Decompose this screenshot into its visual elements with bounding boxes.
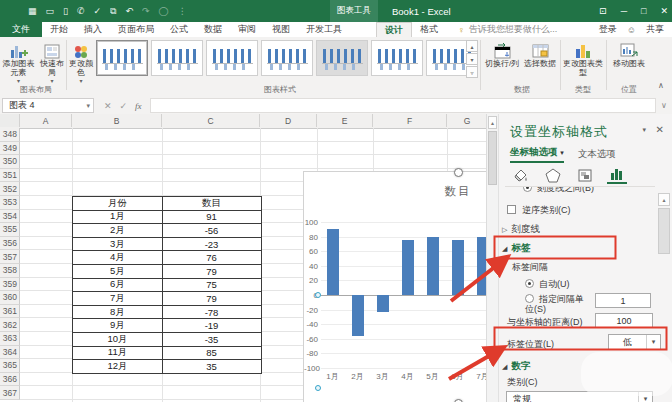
minimize-button[interactable]: ─ [621,6,627,16]
table-cell[interactable]: -35 [163,333,260,346]
move-chart-button[interactable]: 移动图表 [608,39,650,68]
maximize-button[interactable]: □ [641,6,646,16]
row-header[interactable]: 359 [0,278,20,292]
table-cell[interactable]: 85 [163,347,260,360]
scroll-up-icon[interactable]: ▴ [488,116,497,129]
chart-bar[interactable] [377,295,389,312]
table-cell[interactable]: 79 [163,292,260,305]
column-header[interactable]: C [162,114,260,127]
ribbon-tab[interactable]: 开发工具 [298,22,350,37]
ribbon-tab[interactable]: 插入 [76,22,110,37]
auto-radio[interactable]: 自动(U) [525,278,570,291]
style-thumbnail[interactable] [151,40,203,76]
formula-input[interactable] [150,98,656,113]
sign-in-link[interactable]: 登录 [599,23,617,36]
column-header[interactable]: B [72,114,162,127]
row-header[interactable]: 352 [0,182,20,196]
section-number[interactable]: ◢数字 [502,360,530,373]
share-button[interactable]: 共享 [646,23,664,36]
table-cell[interactable]: -23 [163,238,260,251]
table-cell[interactable]: 12月 [73,360,163,373]
tab-design[interactable]: 设计 [376,22,412,38]
table-cell[interactable]: 1月 [73,211,163,224]
chart-bar[interactable] [477,237,487,295]
table-cell[interactable]: 91 [163,211,260,224]
row-header[interactable]: 348 [0,128,20,142]
worksheet-area[interactable]: ABCDEFG 34834935035135235335435535635735… [0,114,486,402]
row-header[interactable]: 367 [0,386,20,400]
switch-row-column-button[interactable]: 切换行/列 [483,39,521,68]
pane-scrollbar[interactable]: ▴ [658,193,670,400]
row-header[interactable]: 364 [0,346,20,360]
tab-axis-options[interactable]: 坐标轴选项 ▾ [510,146,564,163]
table-cell[interactable]: 6月 [73,279,163,292]
row-header[interactable]: 363 [0,332,20,346]
table-cell[interactable]: 9月 [73,319,163,332]
table-cell[interactable]: 3月 [73,238,163,251]
row-header[interactable]: 358 [0,264,20,278]
save-icon[interactable]: ▦ [28,7,37,16]
row-header[interactable]: 365 [0,359,20,373]
qat-more-icon[interactable]: ⋮ [178,7,187,16]
table-cell[interactable]: 11月 [73,347,163,360]
style-thumbnail[interactable] [261,40,313,76]
touch-mode-icon[interactable]: ✆ [77,7,85,16]
cell-grid[interactable]: 月份数目1月912月-563月-234月765月796月757月798月-789… [20,128,486,402]
style-thumbnail[interactable] [316,40,368,76]
label-position-dropdown[interactable]: 低 ▾ [608,334,661,350]
gallery-down-button[interactable]: ▾ [466,53,478,65]
cancel-icon[interactable]: ✕ [104,101,112,111]
scrollbar-thumb[interactable] [658,208,670,254]
ribbon-tab[interactable]: 数据 [196,22,230,37]
insert-function-icon[interactable]: fx [135,101,142,111]
row-header[interactable]: 356 [0,237,20,251]
undo-icon[interactable]: ↶ [126,7,134,16]
table-cell[interactable]: -56 [163,224,260,237]
add-chart-element-button[interactable]: 添加图表元素 ▾ [2,39,35,86]
row-header[interactable]: 353 [0,196,20,210]
scroll-up-icon[interactable]: ▴ [658,193,670,206]
chart-bar[interactable] [327,229,339,295]
table-cell[interactable]: -78 [163,306,260,319]
table-cell[interactable]: -19 [163,319,260,332]
column-header[interactable]: E [317,114,373,127]
chart-bar[interactable] [352,295,364,336]
gallery-more-button[interactable]: ▿ [466,66,478,78]
reverse-categories-checkbox[interactable]: 逆序类别(C) [507,204,571,217]
table-cell[interactable]: 76 [163,251,260,264]
data-table[interactable]: 月份数目1月912月-563月-234月765月796月757月798月-789… [72,196,262,374]
table-cell[interactable]: 4月 [73,251,163,264]
table-cell[interactable]: 79 [163,265,260,278]
radio-icon[interactable] [525,294,534,303]
quick-access-toolbar[interactable]: ▦▭▯✆✓⧉↶↷◯⋮ [28,7,187,16]
tell-me-search[interactable]: ♀ 告诉我您想要做什么... [458,23,557,36]
chart-bar[interactable] [427,237,439,295]
column-header[interactable]: F [373,114,447,127]
style-thumbnail[interactable] [371,40,423,76]
row-header[interactable]: 357 [0,250,20,264]
sheet-vertical-scrollbar[interactable]: ▴ [486,114,498,402]
radio-icon[interactable] [525,279,534,288]
table-cell[interactable]: 2月 [73,224,163,237]
quick-layout-button[interactable]: 快速布局 ▾ [37,39,67,86]
row-header[interactable]: 366 [0,373,20,387]
ribbon-tab[interactable]: 开始 [42,22,76,37]
section-labels[interactable]: ◢标签 [502,242,530,255]
chart-object[interactable]: 数目 100806040200-20-40-60-80-1001月2月3月4月5… [303,171,486,402]
chart-resize-handle-top[interactable] [454,168,463,177]
specify-interval-radio[interactable]: 指定间隔单位(S) [525,294,591,314]
row-header[interactable]: 349 [0,142,20,156]
close-button[interactable]: ✕ [660,6,668,16]
gallery-up-button[interactable]: ▴ [466,40,478,52]
pane-close-icon[interactable]: ✕ [656,124,664,135]
axis-options-icon[interactable] [607,164,627,184]
table-header-cell[interactable]: 数目 [163,197,260,210]
ribbon-tab[interactable]: 视图 [264,22,298,37]
select-all-corner[interactable] [0,114,20,127]
section-tick-marks[interactable]: ▷刻度线 [502,223,540,236]
redo-icon[interactable]: ↷ [142,7,150,16]
ribbon-tab[interactable]: 页面布局 [110,22,162,37]
checkbox-icon[interactable] [507,205,516,214]
spellcheck-icon[interactable]: ✓ [94,7,102,16]
tab-format[interactable]: 格式 [412,22,446,37]
